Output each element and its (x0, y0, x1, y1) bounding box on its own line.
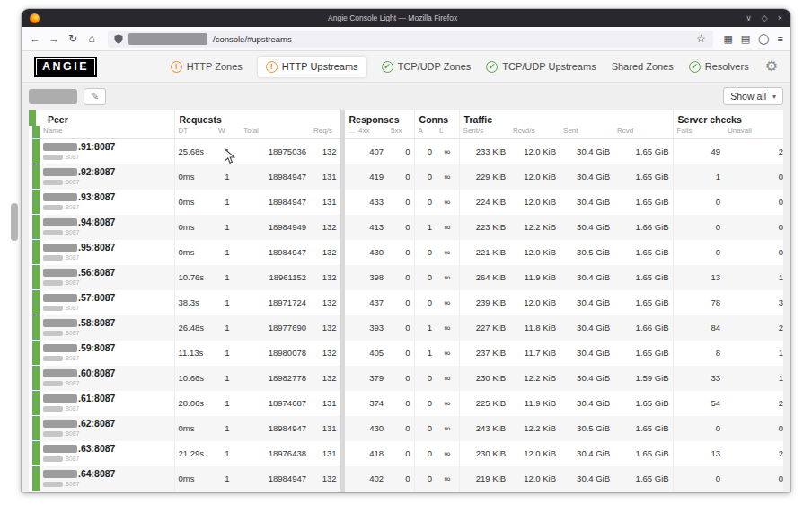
ok-check-icon: ✓ (382, 61, 393, 73)
peer-subname: :8087 (64, 154, 80, 161)
cell-reqs: 132 (310, 366, 342, 391)
cell-rcvd: 1.65 GiB (613, 466, 673, 492)
cell-rcvd: 1.65 GiB (613, 290, 673, 315)
peer-name-cell: .58:8087:8087 (40, 315, 174, 341)
column-header[interactable]: Req/s (310, 126, 342, 139)
cell-total: 18974687 (240, 391, 310, 416)
redacted-subhost (43, 306, 63, 311)
ok-check-icon: ✓ (486, 61, 498, 73)
cell-fails: 0 (673, 240, 724, 265)
table-row[interactable]: .64:8087:80870ms11898494713240200∞219 Ki… (32, 466, 783, 492)
cell-sent: 30.5 GiB (560, 416, 613, 441)
redacted-subhost (43, 356, 63, 361)
peer-subname: :8087 (64, 204, 80, 211)
settings-gear-icon[interactable]: ⚙ (765, 59, 778, 74)
peer-name: .64:8087 (78, 469, 115, 479)
column-header[interactable]: Total (240, 126, 310, 139)
extensions-icon[interactable]: ▦ (723, 33, 732, 45)
cell-sent_s: 221 KiB (459, 240, 509, 265)
cell-sent_s: 264 KiB (459, 265, 509, 290)
table-row[interactable]: .91:8087:808725.68s11897503613240700∞233… (32, 139, 783, 164)
table-row[interactable]: .57:8087:808738.3s11897172413243700∞239 … (32, 290, 783, 315)
column-header[interactable]: Sent (560, 126, 613, 139)
library-icon[interactable]: ▤ (741, 33, 750, 45)
table-row[interactable]: .92:8087:80870ms11898494713141900∞229 Ki… (32, 164, 783, 190)
table-row[interactable]: .56:8087:808710.76s11896115213239800∞264… (32, 265, 783, 290)
tab-shared-zones[interactable]: Shared Zones (612, 61, 674, 72)
tab-label: Resolvers (705, 61, 749, 72)
table-row[interactable]: .94:8087:80870ms11898494913241301∞223 Ki… (32, 215, 783, 240)
tab-http-zones[interactable]: !HTTP Zones (171, 61, 243, 73)
forward-button[interactable]: → (48, 32, 60, 45)
cell-r5xx: 0 (387, 190, 414, 215)
back-button[interactable]: ← (29, 32, 41, 45)
cell-r5xx: 0 (387, 416, 414, 441)
home-button[interactable]: ⌂ (85, 32, 98, 45)
tab-resolvers[interactable]: ✓Resolvers (689, 61, 749, 73)
cell-dt: 0ms (174, 164, 215, 190)
reload-button[interactable]: ↻ (66, 32, 79, 45)
collapsed-columns-cell (342, 466, 355, 492)
cell-r4xx: 379 (355, 366, 387, 391)
column-header[interactable]: Sent/s (459, 126, 509, 139)
url-path: /console/#upstreams (213, 34, 292, 44)
peer-name: .58:8087 (78, 318, 115, 328)
collapsed-columns-cell (342, 265, 355, 290)
column-header[interactable]: 5xx (387, 126, 414, 139)
table-row[interactable]: .60:8087:808710.66s11898277813237900∞230… (32, 366, 783, 391)
table-row[interactable]: .95:8087:80870ms11898494713243000∞221 Ki… (32, 240, 783, 265)
table-row[interactable]: .63:8087:808721.29s11897643813141800∞230… (32, 441, 783, 466)
bookmark-star-icon[interactable]: ☆ (694, 32, 707, 45)
table-row[interactable]: .59:8087:808711.13s11898007813240501∞237… (32, 341, 783, 366)
column-header[interactable]: DT (174, 126, 215, 139)
account-icon[interactable]: ◯ (758, 33, 769, 45)
cell-a: 0 (414, 391, 436, 416)
close-button[interactable]: × (778, 13, 782, 22)
column-header[interactable]: Fails (673, 126, 724, 139)
column-header[interactable]: Rcvd (613, 126, 673, 139)
redacted-host (43, 445, 77, 453)
column-header[interactable]: Name (40, 126, 174, 139)
warning-icon: ! (171, 61, 182, 73)
show-all-select[interactable]: Show all ▾ (723, 87, 783, 105)
column-header[interactable]: … (342, 126, 355, 139)
address-bar[interactable]: /console/#upstreams ☆ (108, 31, 713, 48)
cell-sent: 30.4 GiB (560, 139, 613, 164)
cell-r4xx: 430 (355, 416, 387, 441)
column-group-header: Requests (174, 110, 342, 126)
collapsed-columns-cell (342, 240, 355, 265)
redacted-subhost (43, 280, 63, 286)
peer-name-cell: .93:8087:8087 (40, 190, 174, 215)
cell-r5xx: 0 (387, 341, 414, 366)
maximize-button[interactable]: ◇ (762, 13, 768, 22)
cell-reqs: 132 (310, 315, 342, 341)
table-row[interactable]: .61:8087:808728.06s11897468713137400∞225… (32, 391, 783, 416)
tab-http-upstreams[interactable]: !HTTP Upstreams (258, 57, 366, 77)
column-header[interactable]: W (215, 126, 240, 139)
redacted-subhost (43, 255, 63, 261)
column-header[interactable]: L (436, 126, 459, 139)
minimize-button[interactable]: ∨ (746, 13, 752, 22)
menu-icon[interactable]: ≡ (778, 33, 783, 45)
tab-tcp-udp-upstreams[interactable]: ✓TCP/UDP Upstreams (486, 61, 596, 73)
column-header[interactable]: 4xx (355, 126, 387, 139)
cell-total: 18984947 (240, 164, 310, 190)
column-header[interactable]: A (414, 126, 436, 139)
column-header[interactable]: Unavail (724, 126, 783, 139)
tab-tcp-udp-zones[interactable]: ✓TCP/UDP Zones (382, 61, 472, 73)
collapsed-columns-cell (342, 341, 355, 366)
table-row[interactable]: .62:8087:80870ms11898494713143000∞243 Ki… (32, 416, 783, 441)
status-column-header (32, 126, 40, 139)
column-group-header: Server checks (673, 110, 783, 126)
table-row[interactable]: .93:8087:80870ms11898494713143300∞224 Ki… (32, 190, 783, 215)
cell-total: 18984947 (240, 190, 310, 215)
console-page: ANGIE !HTTP Zones!HTTP Upstreams✓TCP/UDP… (22, 51, 790, 492)
peer-status-bar (32, 265, 40, 290)
cell-r5xx: 0 (387, 366, 414, 391)
cell-sent_s: 233 KiB (459, 139, 509, 164)
redacted-host (43, 193, 77, 201)
cell-r4xx: 418 (355, 441, 387, 466)
column-header[interactable]: Rcvd/s (509, 126, 560, 139)
edit-button[interactable]: ✎ (84, 88, 106, 105)
table-row[interactable]: .58:8087:808726.48s11897769013239301∞227… (32, 315, 783, 341)
